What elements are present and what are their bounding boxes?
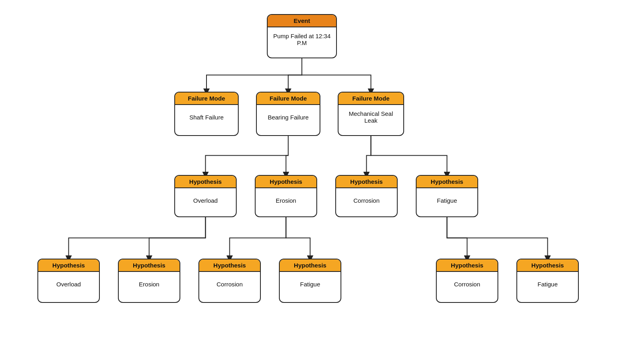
tree-container: Event Pump Failed at 12:34 P.M Failure M… bbox=[0, 0, 644, 362]
node-body-h1d: Fatigue bbox=[280, 272, 341, 296]
node-header-h1c: Hypothesis bbox=[199, 259, 260, 272]
node-body-h1a: Overload bbox=[38, 272, 99, 296]
node-h1b[interactable]: Hypothesis Erosion bbox=[118, 259, 180, 303]
node-h3[interactable]: Hypothesis Corrosion bbox=[335, 175, 398, 217]
node-header-h1b: Hypothesis bbox=[119, 259, 180, 272]
node-body-fm3: Mechanical Seal Leak bbox=[339, 105, 403, 129]
node-body-h3: Corrosion bbox=[336, 188, 397, 212]
node-body-h4: Fatigue bbox=[417, 188, 477, 212]
node-fm1[interactable]: Failure Mode Shaft Failure bbox=[174, 92, 239, 136]
node-header-h1a: Hypothesis bbox=[38, 259, 99, 272]
node-header-h3: Hypothesis bbox=[336, 176, 397, 188]
node-h1c[interactable]: Hypothesis Corrosion bbox=[198, 259, 261, 303]
node-event[interactable]: Event Pump Failed at 12:34 P.M bbox=[267, 14, 337, 58]
node-h1a[interactable]: Hypothesis Overload bbox=[37, 259, 100, 303]
node-h2[interactable]: Hypothesis Erosion bbox=[255, 175, 317, 217]
node-body-h1c: Corrosion bbox=[199, 272, 260, 296]
node-fm3[interactable]: Failure Mode Mechanical Seal Leak bbox=[338, 92, 404, 136]
node-header-h4: Hypothesis bbox=[417, 176, 477, 188]
node-h4[interactable]: Hypothesis Fatigue bbox=[416, 175, 478, 217]
node-header-event: Event bbox=[268, 15, 336, 27]
node-fm2[interactable]: Failure Mode Bearing Failure bbox=[256, 92, 320, 136]
node-body-h2: Erosion bbox=[256, 188, 316, 212]
node-h4b[interactable]: Hypothesis Fatigue bbox=[516, 259, 579, 303]
node-header-h1: Hypothesis bbox=[175, 176, 236, 188]
node-header-h4a: Hypothesis bbox=[437, 259, 497, 272]
node-body-fm1: Shaft Failure bbox=[175, 105, 238, 129]
node-header-fm3: Failure Mode bbox=[339, 93, 403, 105]
node-header-h1d: Hypothesis bbox=[280, 259, 341, 272]
node-h4a[interactable]: Hypothesis Corrosion bbox=[436, 259, 498, 303]
node-body-event: Pump Failed at 12:34 P.M bbox=[268, 27, 336, 51]
node-body-h4b: Fatigue bbox=[517, 272, 578, 296]
node-header-h2: Hypothesis bbox=[256, 176, 316, 188]
node-header-fm2: Failure Mode bbox=[257, 93, 320, 105]
node-header-fm1: Failure Mode bbox=[175, 93, 238, 105]
node-body-fm2: Bearing Failure bbox=[257, 105, 320, 129]
node-h1[interactable]: Hypothesis Overload bbox=[174, 175, 237, 217]
node-header-h4b: Hypothesis bbox=[517, 259, 578, 272]
node-body-h1b: Erosion bbox=[119, 272, 180, 296]
node-body-h4a: Corrosion bbox=[437, 272, 497, 296]
node-body-h1: Overload bbox=[175, 188, 236, 212]
node-h1d[interactable]: Hypothesis Fatigue bbox=[279, 259, 341, 303]
